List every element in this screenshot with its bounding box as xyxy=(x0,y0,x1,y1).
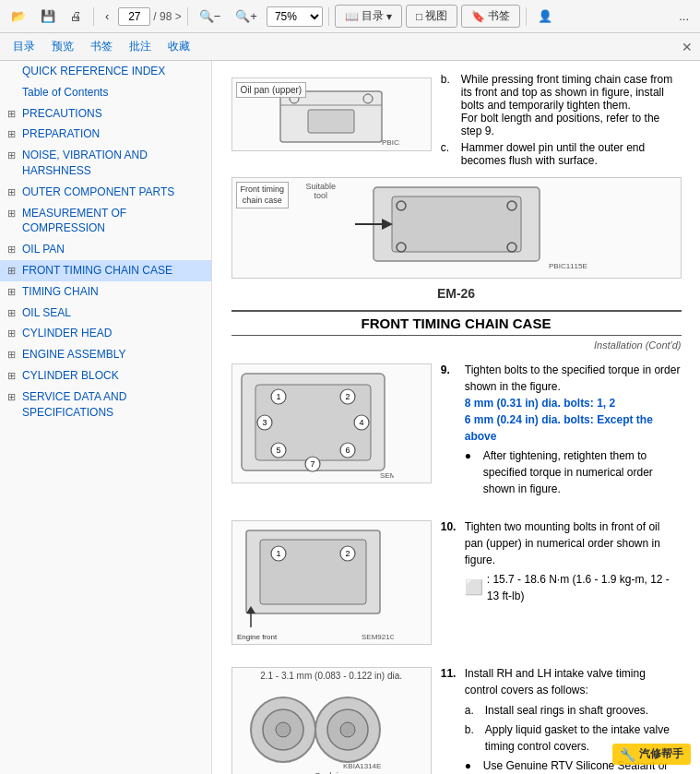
svg-rect-7 xyxy=(392,196,521,252)
sidebar-item-cylinder-head[interactable]: ⊞ CYLINDER HEAD xyxy=(0,323,211,344)
sidebar-item-engine-asm[interactable]: ⊞ ENGINE ASSEMBLY xyxy=(0,344,211,365)
svg-text:7: 7 xyxy=(310,459,314,469)
svg-text:6: 6 xyxy=(345,446,350,455)
sidebar-item-precautions[interactable]: ⊞ PRECAUTIONS xyxy=(0,103,211,125)
svg-text:3: 3 xyxy=(262,418,267,427)
more-button[interactable]: ... xyxy=(673,6,694,26)
main-toolbar: 📂 💾 🖨 ‹ / 98 > 🔍− 🔍+ 50% 75% 100% 125% 1… xyxy=(0,0,700,33)
sidebar-item-timing-chain[interactable]: ⊞ TIMING CHAIN xyxy=(0,281,211,303)
svg-text:PBIC1100E: PBIC1100E xyxy=(382,138,400,147)
step-9-bullet: ● After tightening, retighten them to sp… xyxy=(465,447,682,497)
svg-text:5: 5 xyxy=(276,446,280,455)
step-c: c. Hammer dowel pin until the outer end … xyxy=(441,141,682,167)
step-11a: a. Install seal rings in shaft grooves. xyxy=(465,702,682,719)
svg-text:4: 4 xyxy=(359,418,363,427)
svg-text:KBIA1314E: KBIA1314E xyxy=(343,762,381,770)
expand-icon: ⊞ xyxy=(7,185,18,199)
svg-text:1: 1 xyxy=(276,392,280,401)
sidebar-item-toc[interactable]: Table of Contents xyxy=(0,82,211,103)
nav-bookmark[interactable]: 书签 xyxy=(85,37,118,56)
step-10: 10. Tighten two mounting bolts in front … xyxy=(441,518,682,607)
zoom-in-button[interactable]: 🔍+ xyxy=(230,6,263,26)
expand-icon: ⊞ xyxy=(7,285,18,299)
expand-icon: ⊞ xyxy=(7,390,18,404)
bookmark-icon: 🔖 xyxy=(471,10,485,23)
main-area: QUICK REFERENCE INDEX Table of Contents … xyxy=(0,61,700,774)
step-b: b. While pressing front timing chain cas… xyxy=(441,73,682,137)
sidebar-item-noise[interactable]: ⊞ NOISE, VIBRATION AND HARSHNESS xyxy=(0,145,211,182)
sidebar-item-measurement[interactable]: ⊞ MEASUREMENT OF COMPRESSION xyxy=(0,203,211,240)
svg-point-43 xyxy=(276,722,291,737)
caption-front-timing: Front timingchain case xyxy=(236,182,290,208)
svg-text:PBIC1115E: PBIC1115E xyxy=(549,262,587,270)
expand-icon: ⊞ xyxy=(7,243,18,256)
sidebar-item-oil-pan[interactable]: ⊞ OIL PAN xyxy=(0,239,211,260)
sidebar-item-service-data[interactable]: ⊞ SERVICE DATA AND SPECIFICATIONS xyxy=(0,387,211,423)
prev-page-button[interactable]: ‹ xyxy=(100,6,114,26)
expand-icon: ⊞ xyxy=(7,306,18,320)
nav-preview[interactable]: 预览 xyxy=(46,37,79,56)
diagram-sem730g: 1 2 3 4 5 6 7 SEM730G xyxy=(231,363,432,483)
page-nav: / 98 > xyxy=(118,7,181,26)
svg-text:SEM730G: SEM730G xyxy=(380,471,394,480)
sidebar-item-preparation[interactable]: ⊞ PREPARATION xyxy=(0,124,211,145)
sub-title: Installation (Cont'd) xyxy=(231,339,682,351)
user-button[interactable]: 👤 xyxy=(532,6,558,26)
sidebar-toc: QUICK REFERENCE INDEX Table of Contents … xyxy=(0,61,212,774)
secondary-toolbar: 目录 预览 书签 批注 收藏 ✕ xyxy=(0,33,700,61)
tab-toc-button[interactable]: 📖 目录 ▾ xyxy=(335,5,402,28)
svg-text:Engine front: Engine front xyxy=(237,633,278,641)
sidebar-item-cylinder-block[interactable]: ⊞ CYLINDER BLOCK xyxy=(0,365,211,387)
divider2 xyxy=(187,7,188,26)
torque-spec: ⬜ : 15.7 - 18.6 N·m (1.6 - 1.9 kg-m, 12 … xyxy=(465,571,682,604)
zoom-select[interactable]: 50% 75% 100% 125% 150% xyxy=(267,6,323,27)
svg-text:2: 2 xyxy=(345,549,350,558)
tab-view-button[interactable]: □ 视图 xyxy=(406,5,457,28)
expand-icon: ⊞ xyxy=(7,107,18,121)
tab-bookmark-button[interactable]: 🔖 书签 xyxy=(461,5,520,28)
sidebar-item-quick-ref[interactable]: QUICK REFERENCE INDEX xyxy=(0,61,211,82)
zoom-out-button[interactable]: 🔍− xyxy=(194,6,227,26)
expand-icon: ⊞ xyxy=(7,327,18,340)
diagram-front-timing: Front timingchain case Suitabletool xyxy=(231,177,682,279)
diagram-seal-ring: 2.1 - 3.1 mm (0.083 - 0.122 in) dia. KBI… xyxy=(231,667,432,774)
section-title: FRONT TIMING CHAIN CASE xyxy=(231,310,682,336)
watermark-text: 汽修帮手 xyxy=(639,746,683,762)
expand-icon: ⊞ xyxy=(7,348,18,362)
bolt-spec-2: 6 mm (0.24 in) dia. bolts: Except the ab… xyxy=(465,413,653,443)
sidebar-item-front-timing[interactable]: ⊞ FRONT TIMING CHAIN CASE xyxy=(0,260,211,281)
watermark: 🔧 汽修帮手 xyxy=(612,744,691,765)
content-pane[interactable]: Oil pan (upper) PBIC1100E b. xyxy=(212,61,700,774)
chevron-down-icon: ▾ xyxy=(386,10,392,23)
view-icon: □ xyxy=(416,10,422,23)
svg-text:SEM921G: SEM921G xyxy=(362,633,394,641)
expand-icon: ⊞ xyxy=(7,369,18,383)
diagram-oil-pan-upper: Oil pan (upper) PBIC1100E xyxy=(231,77,432,151)
svg-text:1: 1 xyxy=(276,549,280,558)
content-inner: Oil pan (upper) PBIC1100E b. xyxy=(217,61,696,774)
expand-icon: ⊞ xyxy=(7,207,18,220)
divider4 xyxy=(526,7,527,26)
divider3 xyxy=(328,7,329,26)
page-input[interactable] xyxy=(118,7,150,26)
svg-point-46 xyxy=(340,722,355,737)
sidebar-item-oil-seal[interactable]: ⊞ OIL SEAL xyxy=(0,303,211,324)
print-button[interactable]: 🖨 xyxy=(65,6,88,26)
save-button[interactable]: 💾 xyxy=(35,6,61,26)
nav-collect[interactable]: 收藏 xyxy=(162,37,196,56)
expand-icon: ⊞ xyxy=(7,264,18,278)
diagram-caption-oil-pan: Oil pan (upper) xyxy=(236,82,307,98)
panel-close-button[interactable]: ✕ xyxy=(682,40,693,54)
svg-rect-4 xyxy=(308,110,354,133)
book-icon: 📖 xyxy=(345,10,359,23)
open-button[interactable]: 📂 xyxy=(6,6,31,26)
nav-annotate[interactable]: 批注 xyxy=(124,37,157,56)
svg-text:2: 2 xyxy=(345,392,350,401)
page-ref: EM-26 xyxy=(231,286,682,301)
sidebar-item-outer[interactable]: ⊞ OUTER COMPONENT PARTS xyxy=(0,182,211,203)
nav-toc[interactable]: 目录 xyxy=(7,37,41,56)
expand-icon: ⊞ xyxy=(7,127,18,141)
expand-icon: ⊞ xyxy=(7,149,18,162)
watermark-icon: 🔧 xyxy=(620,747,635,762)
page-total: / 98 > xyxy=(153,10,181,23)
